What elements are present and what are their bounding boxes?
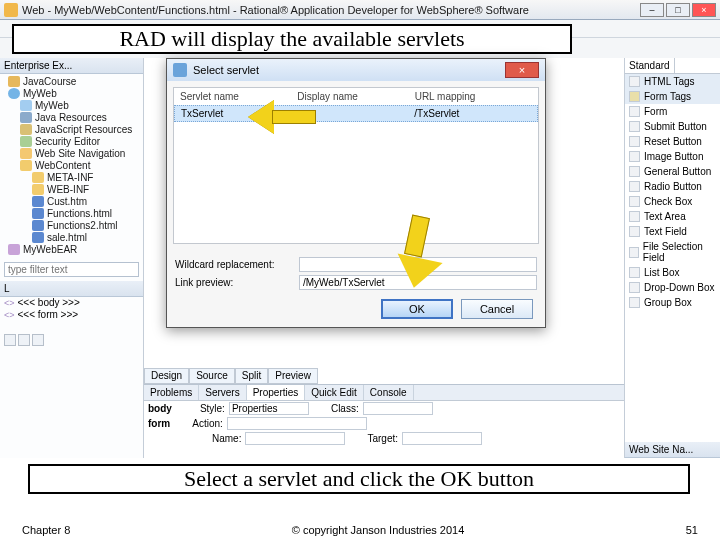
dialog-close-button[interactable]: ×: [505, 62, 539, 78]
html-icon: [32, 232, 44, 243]
project-explorer-header: Enterprise Ex...: [0, 58, 143, 74]
widget-icon: [629, 247, 639, 258]
window-title: Web - MyWeb/WebContent/Functions.html - …: [22, 4, 640, 16]
tree-label: sale.html: [47, 232, 87, 243]
tree-node[interactable]: META-INF: [2, 172, 141, 184]
palette-item[interactable]: Form: [625, 104, 720, 119]
tool-icon[interactable]: [4, 334, 16, 346]
outline-item[interactable]: <<< body >>>: [0, 297, 143, 309]
palette-item[interactable]: Radio Button: [625, 179, 720, 194]
palette-label: Radio Button: [644, 181, 702, 192]
editor-tab-source[interactable]: Source: [189, 368, 235, 384]
titlebar: Web - MyWeb/WebContent/Functions.html - …: [0, 0, 720, 20]
minimize-button[interactable]: –: [640, 3, 664, 17]
tab-standard[interactable]: Standard: [625, 58, 675, 73]
palette-item[interactable]: Reset Button: [625, 134, 720, 149]
footer-left: Chapter 8: [22, 524, 70, 536]
palette-label: General Button: [644, 166, 711, 177]
tree-node[interactable]: Web Site Navigation: [2, 148, 141, 160]
servlet-row[interactable]: TxServlet /TxServlet: [174, 105, 538, 122]
widget-icon: [629, 211, 640, 222]
palette-item[interactable]: File Selection Field: [625, 239, 720, 265]
tree-node[interactable]: JavaScript Resources: [2, 124, 141, 136]
widget-icon: [629, 136, 640, 147]
palette-item[interactable]: Group Box: [625, 295, 720, 310]
palette-item[interactable]: Check Box: [625, 194, 720, 209]
tree-label: MyWebEAR: [23, 244, 77, 255]
prop-target-input[interactable]: [402, 432, 482, 445]
tree-node[interactable]: Java Resources: [2, 112, 141, 124]
maximize-button[interactable]: □: [666, 3, 690, 17]
editor-tab-split[interactable]: Split: [235, 368, 268, 384]
palette-section-html[interactable]: HTML Tags: [625, 74, 720, 89]
tab-console[interactable]: Console: [364, 385, 414, 400]
tree-label: JavaCourse: [23, 76, 76, 87]
tree-node[interactable]: WEB-INF: [2, 184, 141, 196]
palette-item[interactable]: General Button: [625, 164, 720, 179]
tree-node[interactable]: Security Editor: [2, 136, 141, 148]
palette-item[interactable]: Drop-Down Box: [625, 280, 720, 295]
bottom-panel: Problems Servers Properties Quick Edit C…: [144, 384, 624, 458]
tab-quick-edit[interactable]: Quick Edit: [305, 385, 364, 400]
tab-problems[interactable]: Problems: [144, 385, 199, 400]
prop-element: body: [148, 403, 172, 414]
palette-label: Submit Button: [644, 121, 707, 132]
html-icon: [32, 220, 44, 231]
tree-label: Functions.html: [47, 208, 112, 219]
widget-icon: [629, 121, 640, 132]
palette-item[interactable]: Text Area: [625, 209, 720, 224]
tree-node[interactable]: Functions.html: [2, 208, 141, 220]
tree-node[interactable]: MyWeb: [2, 100, 141, 112]
tree-node[interactable]: JavaCourse: [2, 76, 141, 88]
prop-style-input[interactable]: [229, 402, 309, 415]
ear-icon: [8, 244, 20, 255]
web-icon: [8, 88, 20, 99]
palette-label: Reset Button: [644, 136, 702, 147]
nav-icon: [20, 148, 32, 159]
tab-properties[interactable]: Properties: [247, 385, 306, 400]
palette-item[interactable]: Submit Button: [625, 119, 720, 134]
palette-label: List Box: [644, 267, 680, 278]
tree-node[interactable]: sale.html: [2, 232, 141, 244]
preview-label: Link preview:: [175, 277, 293, 288]
outline-panel: L <<< body >>> <<< form >>>: [0, 281, 143, 321]
prop-action-input[interactable]: [227, 417, 367, 430]
tree-label: JavaScript Resources: [35, 124, 132, 135]
prop-name-input[interactable]: [245, 432, 345, 445]
palette-section-form[interactable]: Form Tags: [625, 89, 720, 104]
tree-node[interactable]: Functions2.html: [2, 220, 141, 232]
filter-input[interactable]: [4, 262, 139, 277]
right-footer-title: Web Site Na...: [625, 442, 720, 458]
close-window-button[interactable]: ×: [692, 3, 716, 17]
cancel-button[interactable]: Cancel: [461, 299, 533, 319]
tree-label: MyWeb: [35, 100, 69, 111]
tree-node[interactable]: Cust.htm: [2, 196, 141, 208]
col-url-mapping: URL mapping: [415, 91, 532, 102]
app-icon: [4, 3, 18, 17]
outline-item[interactable]: <<< form >>>: [0, 309, 143, 321]
prop-class-input[interactable]: [363, 402, 433, 415]
prop-class-label: Class:: [331, 403, 359, 414]
wildcard-label: Wildcard replacement:: [175, 259, 293, 270]
palette-item[interactable]: List Box: [625, 265, 720, 280]
tree-label: Functions2.html: [47, 220, 118, 231]
palette-item[interactable]: Text Field: [625, 224, 720, 239]
tree-node[interactable]: MyWeb: [2, 88, 141, 100]
tree-node[interactable]: MyWebEAR: [2, 244, 141, 256]
tree-node[interactable]: WebContent: [2, 160, 141, 172]
project-explorer-panel: Enterprise Ex... JavaCourseMyWebMyWebJav…: [0, 58, 144, 458]
tool-icon[interactable]: [18, 334, 30, 346]
tool-icon[interactable]: [32, 334, 44, 346]
palette-panel: Standard HTML Tags Form Tags FormSubmit …: [624, 58, 720, 458]
widget-icon: [629, 151, 640, 162]
widget-icon: [629, 196, 640, 207]
tree-label: WebContent: [35, 160, 90, 171]
editor-tab-preview[interactable]: Preview: [268, 368, 318, 384]
tab-servers[interactable]: Servers: [199, 385, 246, 400]
editor-tab-design[interactable]: Design: [144, 368, 189, 384]
footer-center: © copyright Janson Industries 2014: [292, 524, 465, 536]
palette-item[interactable]: Image Button: [625, 149, 720, 164]
prop-name-label: Name:: [212, 433, 241, 444]
ok-button[interactable]: OK: [381, 299, 453, 319]
prop-action-label: Action:: [192, 418, 223, 429]
